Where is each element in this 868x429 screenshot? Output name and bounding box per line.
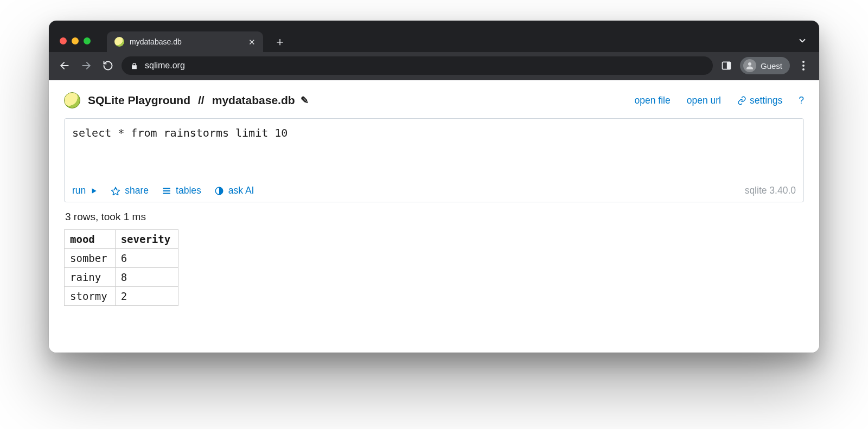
sqlite-version: sqlite 3.40.0 [745, 185, 796, 196]
list-icon [162, 186, 171, 196]
browser-window: mydatabase.db ✕ ＋ sqlime.org [49, 21, 819, 353]
results-column-header: severity [115, 230, 178, 249]
results-column-header: mood [65, 230, 116, 249]
page-header: SQLite Playground // mydatabase.db ✎ ope… [64, 92, 804, 108]
lock-icon [130, 62, 138, 70]
run-button-label: run [72, 185, 86, 196]
tables-button[interactable]: tables [162, 185, 201, 196]
play-icon [90, 187, 98, 195]
settings-link[interactable]: settings [737, 95, 782, 106]
tables-button-label: tables [176, 185, 201, 196]
share-button[interactable]: share [111, 185, 149, 196]
browser-menu-button[interactable] [795, 57, 812, 74]
tab-title: mydatabase.db [130, 37, 243, 46]
results-table: moodseverity somber6rainy8stormy2 [64, 229, 178, 306]
star-icon [111, 186, 120, 196]
table-cell: stormy [65, 287, 116, 306]
ai-icon [214, 186, 224, 196]
app-title: SQLite Playground [88, 94, 190, 107]
share-button-label: share [125, 185, 149, 196]
query-status: 3 rows, took 1 ms [65, 211, 803, 223]
title-separator: // [198, 94, 205, 107]
editor-footer: run share tables [72, 185, 796, 196]
link-icon [737, 96, 746, 105]
eraser-icon[interactable]: ✎ [301, 94, 309, 106]
minimize-window-button[interactable] [72, 37, 79, 44]
close-window-button[interactable] [60, 37, 67, 44]
run-button[interactable]: run [72, 185, 98, 196]
table-cell: 6 [115, 249, 178, 268]
tabs-dropdown-button[interactable] [797, 36, 807, 46]
browser-toolbar: sqlime.org Guest [49, 52, 819, 80]
reload-button[interactable] [100, 57, 116, 74]
editor-card: run share tables [64, 118, 804, 202]
back-button[interactable] [56, 57, 73, 74]
titlebar: mydatabase.db ✕ ＋ [49, 21, 819, 52]
panel-toggle-button[interactable] [718, 57, 735, 74]
help-link[interactable]: ? [799, 95, 804, 106]
ask-ai-button-label: ask AI [228, 185, 254, 196]
table-cell: 2 [115, 287, 178, 306]
header-links: open file open url settings ? [635, 95, 804, 106]
svg-point-4 [748, 62, 751, 66]
table-row: stormy2 [65, 287, 178, 306]
address-bar[interactable]: sqlime.org [122, 56, 713, 75]
results-header-row: moodseverity [65, 230, 178, 249]
open-url-link[interactable]: open url [687, 95, 721, 106]
table-cell: somber [65, 249, 116, 268]
app-logo [64, 92, 80, 108]
table-row: somber6 [65, 249, 178, 268]
open-file-link[interactable]: open file [635, 95, 671, 106]
close-tab-button[interactable]: ✕ [248, 38, 256, 46]
window-controls [60, 37, 91, 44]
profile-chip[interactable]: Guest [740, 57, 790, 74]
svg-marker-6 [112, 187, 120, 195]
forward-button[interactable] [78, 57, 94, 74]
table-cell: rainy [65, 268, 116, 287]
table-cell: 8 [115, 268, 178, 287]
page-content: SQLite Playground // mydatabase.db ✎ ope… [49, 80, 819, 353]
ask-ai-button[interactable]: ask AI [214, 185, 254, 196]
browser-tab[interactable]: mydatabase.db ✕ [107, 31, 263, 52]
avatar-icon [743, 59, 756, 72]
sql-input[interactable] [72, 125, 796, 175]
svg-rect-3 [727, 62, 731, 69]
maximize-window-button[interactable] [84, 37, 91, 44]
table-row: rainy8 [65, 268, 178, 287]
new-tab-button[interactable]: ＋ [274, 36, 286, 48]
tab-favicon [114, 37, 124, 47]
address-bar-url: sqlime.org [145, 61, 185, 71]
profile-label: Guest [761, 61, 782, 71]
svg-marker-5 [92, 188, 97, 193]
settings-link-label: settings [750, 95, 782, 106]
db-name: mydatabase.db [212, 94, 295, 107]
